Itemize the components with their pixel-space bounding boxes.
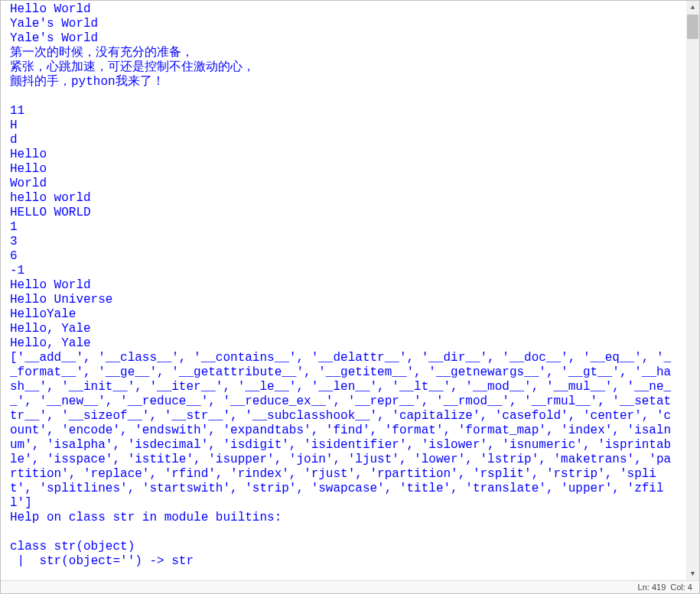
- chevron-up-icon: ▲: [691, 4, 695, 11]
- vertical-scrollbar[interactable]: ▲ ▼: [686, 1, 699, 580]
- output-viewport[interactable]: Hello World Yale's World Yale's World 第一…: [1, 1, 686, 580]
- scroll-down-button[interactable]: ▼: [686, 567, 699, 580]
- console-output[interactable]: Hello World Yale's World Yale's World 第一…: [1, 1, 686, 570]
- scroll-up-button[interactable]: ▲: [686, 1, 699, 14]
- shell-window: Hello World Yale's World Yale's World 第一…: [0, 0, 700, 594]
- status-col: Col: 4: [668, 583, 695, 592]
- status-bar: Ln: 419 Col: 4: [1, 580, 699, 593]
- chevron-down-icon: ▼: [691, 570, 695, 578]
- status-line: Ln: 419: [636, 583, 669, 592]
- scroll-thumb[interactable]: [687, 15, 698, 39]
